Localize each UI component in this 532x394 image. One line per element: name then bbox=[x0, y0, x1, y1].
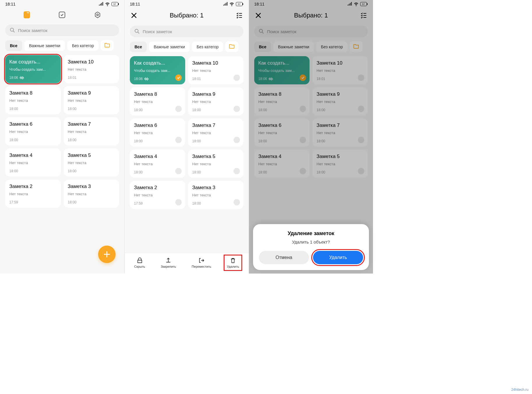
selection-indicator[interactable] bbox=[358, 74, 364, 81]
filter-important[interactable]: Важные заметки bbox=[273, 42, 314, 52]
dialog-cancel-button[interactable]: Отмена bbox=[259, 251, 309, 264]
note-card[interactable]: Заметка 8 Нет текста 18:00 bbox=[130, 87, 185, 116]
filter-uncategorized[interactable]: Без категор bbox=[192, 42, 223, 52]
wifi-icon bbox=[229, 2, 234, 6]
note-card[interactable]: Заметка 10 Нет текста 18:01 bbox=[64, 55, 119, 83]
selection-indicator[interactable] bbox=[300, 168, 306, 174]
note-card[interactable]: Заметка 10 Нет текста 18:01 bbox=[312, 56, 368, 84]
add-note-fab[interactable] bbox=[98, 246, 116, 263]
close-icon[interactable] bbox=[130, 12, 137, 19]
action-delete[interactable]: Удалить bbox=[225, 256, 241, 269]
selection-indicator[interactable] bbox=[358, 168, 364, 174]
selection-indicator[interactable] bbox=[175, 137, 182, 143]
selection-indicator[interactable] bbox=[175, 199, 182, 205]
search-placeholder: Поиск заметок bbox=[143, 29, 172, 34]
selection-indicator[interactable] bbox=[175, 106, 182, 112]
note-card[interactable]: Заметка 3 Нет текста 18:00 bbox=[64, 180, 119, 208]
dialog-confirm-button[interactable]: Удалить bbox=[313, 251, 363, 264]
note-card[interactable]: Заметка 6 Нет текста 18:00 bbox=[5, 117, 61, 145]
selection-indicator[interactable] bbox=[300, 137, 306, 143]
note-card[interactable]: Заметка 4 Нет текста 18:00 bbox=[130, 150, 185, 178]
action-move[interactable]: Переместить bbox=[190, 256, 213, 269]
note-time: 18:00 bbox=[317, 139, 364, 143]
note-card[interactable]: Заметка 4 Нет текста 18:00 bbox=[254, 150, 310, 178]
svg-point-12 bbox=[259, 29, 263, 33]
search-bar[interactable]: Поиск заметок bbox=[130, 26, 243, 37]
note-card[interactable]: Заметка 8 Нет текста 18:00 bbox=[254, 87, 310, 116]
svg-text:57: 57 bbox=[114, 3, 116, 6]
phone-screen-1: 18:11 57 Поиск заметок Все Важные заметк… bbox=[0, 0, 124, 274]
filter-folder[interactable] bbox=[225, 41, 238, 52]
filter-folder[interactable] bbox=[350, 41, 363, 52]
status-icons: 57 bbox=[347, 2, 368, 6]
bottom-action-bar: Скрыть Закрепить Переместить Удалить bbox=[125, 253, 249, 274]
note-body: Чтобы создать зам... bbox=[9, 67, 57, 72]
note-card[interactable]: Заметка 5 Нет текста 18:00 bbox=[188, 150, 243, 178]
filter-all[interactable]: Все bbox=[5, 40, 22, 51]
filter-folder[interactable] bbox=[101, 40, 114, 51]
note-title: Заметка 6 bbox=[9, 121, 57, 127]
filter-all[interactable]: Все bbox=[254, 42, 271, 52]
selection-indicator[interactable] bbox=[234, 74, 240, 81]
select-all-icon[interactable] bbox=[360, 12, 367, 19]
select-all-icon[interactable] bbox=[236, 12, 243, 19]
phone-screen-3: 18:11 57 Выбрано: 1 Поиск заметок Все Ва… bbox=[249, 0, 373, 274]
filter-important[interactable]: Важные заметки bbox=[24, 40, 65, 51]
note-card[interactable]: Заметка 2 Нет текста 17:59 bbox=[5, 180, 61, 208]
search-bar[interactable]: Поиск заметок bbox=[254, 26, 368, 37]
selection-indicator-checked[interactable] bbox=[300, 74, 306, 81]
notes-grid[interactable]: Как создать... Чтобы создать зам... 18:0… bbox=[125, 56, 249, 209]
close-icon[interactable] bbox=[255, 12, 262, 19]
selection-indicator[interactable] bbox=[234, 199, 240, 205]
selection-indicator[interactable] bbox=[300, 106, 306, 112]
filter-all[interactable]: Все bbox=[130, 42, 147, 52]
note-body: Нет текста bbox=[68, 161, 115, 165]
filter-important[interactable]: Важные заметки bbox=[149, 42, 190, 52]
notes-grid[interactable]: Как создать... Чтобы создать зам... 18:0… bbox=[249, 56, 373, 178]
note-card[interactable]: Заметка 9 Нет текста 18:00 bbox=[64, 86, 119, 114]
note-body: Нет текста bbox=[258, 162, 305, 166]
note-card[interactable]: Заметка 7 Нет текста 18:00 bbox=[188, 118, 243, 147]
note-card[interactable]: Заметка 9 Нет текста 18:00 bbox=[312, 87, 368, 116]
note-body: Нет текста bbox=[317, 100, 364, 104]
action-hide[interactable]: Скрыть bbox=[132, 256, 147, 269]
selection-indicator[interactable] bbox=[358, 137, 364, 143]
wifi-icon bbox=[105, 2, 110, 6]
notes-grid[interactable]: Как создать... Чтобы создать зам... 18:0… bbox=[0, 55, 124, 208]
note-body: Нет текста bbox=[134, 193, 181, 197]
search-icon bbox=[135, 29, 140, 34]
note-card[interactable]: Как создать... Чтобы создать зам... 18:0… bbox=[130, 56, 185, 84]
selection-indicator-checked[interactable] bbox=[175, 74, 182, 81]
selection-indicator[interactable] bbox=[175, 168, 182, 174]
note-card[interactable]: Заметка 7 Нет текста 18:00 bbox=[312, 118, 368, 147]
note-time: 18:00 bbox=[258, 170, 305, 174]
filter-uncategorized[interactable]: Без категор bbox=[316, 42, 347, 52]
note-card[interactable]: Заметка 2 Нет текста 17:59 bbox=[130, 181, 185, 209]
note-card[interactable]: Заметка 7 Нет текста 18:00 bbox=[64, 117, 119, 145]
note-card[interactable]: Заметка 9 Нет текста 18:00 bbox=[188, 87, 243, 116]
selection-indicator[interactable] bbox=[234, 106, 240, 112]
selection-indicator[interactable] bbox=[358, 106, 364, 112]
search-bar[interactable]: Поиск заметок bbox=[5, 24, 119, 36]
note-card[interactable]: Заметка 10 Нет текста 18:01 bbox=[188, 56, 243, 84]
note-card[interactable]: Заметка 6 Нет текста 18:00 bbox=[130, 118, 185, 147]
settings-tab-icon[interactable] bbox=[94, 11, 101, 19]
battery-icon: 57 bbox=[236, 2, 243, 6]
note-card[interactable]: Как создать... Чтобы создать зам... 18:0… bbox=[254, 56, 310, 84]
filter-uncategorized[interactable]: Без категор bbox=[67, 40, 98, 51]
note-card[interactable]: Заметка 4 Нет текста 18:00 bbox=[5, 148, 61, 177]
note-title: Заметка 9 bbox=[68, 90, 115, 96]
tasks-tab-icon[interactable] bbox=[59, 12, 65, 18]
note-card[interactable]: Как создать... Чтобы создать зам... 18:0… bbox=[5, 55, 61, 83]
note-card[interactable]: Заметка 3 Нет текста 18:00 bbox=[188, 181, 243, 209]
notes-tab-icon[interactable] bbox=[23, 11, 31, 19]
note-card[interactable]: Заметка 6 Нет текста 18:00 bbox=[254, 118, 310, 147]
selection-indicator[interactable] bbox=[234, 137, 240, 143]
note-time: 18:00 bbox=[68, 138, 115, 142]
note-card[interactable]: Заметка 5 Нет текста 18:00 bbox=[64, 148, 119, 177]
svg-rect-6 bbox=[243, 3, 243, 5]
selection-indicator[interactable] bbox=[234, 168, 240, 174]
action-pin[interactable]: Закрепить bbox=[159, 256, 178, 269]
note-card[interactable]: Заметка 5 Нет текста 18:00 bbox=[312, 150, 368, 178]
note-card[interactable]: Заметка 8 Нет текста 18:00 bbox=[5, 86, 61, 114]
